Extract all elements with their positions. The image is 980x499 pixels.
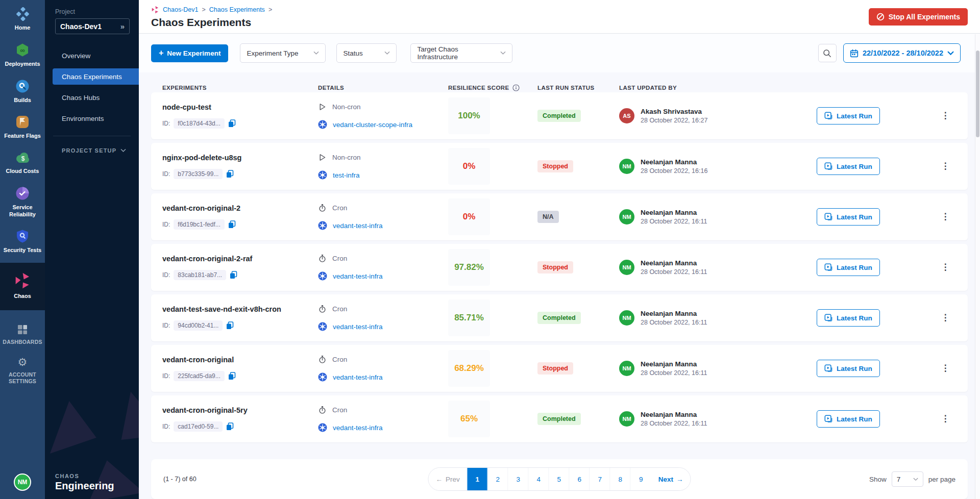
- kebab-menu-icon[interactable]: ⋮: [941, 163, 950, 170]
- kebab-menu-icon[interactable]: ⋮: [941, 213, 950, 220]
- latest-run-button[interactable]: Latest Run: [817, 259, 880, 276]
- copy-id-button[interactable]: [228, 220, 236, 229]
- experiment-type: Cron: [318, 355, 448, 364]
- latest-run-button[interactable]: Latest Run: [817, 158, 880, 175]
- search-button[interactable]: [818, 44, 837, 62]
- infrastructure-link[interactable]: vedant-test-infra: [333, 424, 383, 432]
- infrastructure-link[interactable]: vedant-test-infra: [333, 272, 383, 280]
- scrollbar-thumb[interactable]: [976, 51, 979, 137]
- experiments-table: EXPERIMENTS DETAILS RESILIENCE SCORE LAS…: [139, 72, 980, 499]
- target-chaos-infrastructure-filter[interactable]: Target Chaos Infrastructure: [410, 43, 512, 63]
- page-number-button[interactable]: 3: [508, 468, 529, 490]
- rail-item-cloud-costs[interactable]: $ Cloud Costs: [0, 145, 45, 181]
- rail-item-builds[interactable]: Builds: [0, 73, 45, 110]
- experiment-name[interactable]: vedant-cron-original-5ry: [162, 406, 318, 414]
- sidebar-item-environments[interactable]: Environments: [45, 110, 139, 127]
- run-cell: Latest Run: [817, 360, 934, 377]
- experiment-name[interactable]: node-cpu-test: [162, 103, 318, 111]
- cloud-costs-icon: $: [15, 151, 30, 164]
- latest-run-button[interactable]: Latest Run: [817, 309, 880, 327]
- copy-id-button[interactable]: [228, 372, 236, 380]
- copy-icon: [228, 372, 236, 380]
- rail-item-security-tests[interactable]: Security Tests: [0, 223, 45, 260]
- copy-id-button[interactable]: [228, 119, 236, 128]
- kebab-menu-icon[interactable]: ⋮: [941, 264, 950, 271]
- experiment-name[interactable]: vedant-cron-original-2: [162, 204, 318, 212]
- resilience-score-value: 0%: [463, 161, 476, 171]
- status-filter[interactable]: Status: [336, 43, 397, 63]
- service-reliability-icon: [15, 186, 30, 201]
- new-experiment-button[interactable]: + New Experiment: [151, 44, 228, 62]
- latest-run-button[interactable]: Latest Run: [817, 107, 880, 124]
- page-number-button[interactable]: 7: [590, 468, 610, 490]
- experiment-row[interactable]: vedant-cron-original-2-raf ID: 83cab181-…: [151, 244, 968, 291]
- experiment-row[interactable]: vedant-test-save-nd-exit-v8h-cron ID: 94…: [151, 294, 968, 341]
- status-cell: Stopped: [537, 160, 619, 172]
- experiment-row[interactable]: nginx-pod-delete-u8sg ID: b773c335-99...…: [151, 143, 968, 190]
- rail-item-service-reliability[interactable]: Service Reliability: [0, 181, 45, 224]
- latest-run-button[interactable]: Latest Run: [817, 208, 880, 226]
- experiment-infra: vedant-test-infra: [318, 322, 448, 331]
- page-number-button[interactable]: 8: [610, 468, 631, 490]
- breadcrumb-project-link[interactable]: Chaos-Dev1: [163, 6, 198, 13]
- kebab-menu-icon[interactable]: ⋮: [941, 112, 950, 119]
- expand-sidebar-icon[interactable]: »: [120, 22, 125, 31]
- rail-item-deployments[interactable]: ∞ Deployments: [0, 37, 45, 73]
- breadcrumb-experiments-link[interactable]: Chaos Experiments: [209, 6, 265, 13]
- project-setup-section[interactable]: PROJECT SETUP: [62, 147, 139, 154]
- per-page-select[interactable]: 7: [892, 471, 923, 487]
- project-selector[interactable]: Chaos-Dev1 »: [55, 18, 130, 34]
- experiment-row[interactable]: vedant-cron-original-5ry ID: cad17ed0-59…: [151, 395, 968, 442]
- user-avatar[interactable]: NM: [14, 473, 31, 491]
- copy-id-button[interactable]: [226, 170, 234, 178]
- copy-id-button[interactable]: [230, 271, 237, 279]
- experiment-name[interactable]: nginx-pod-delete-u8sg: [162, 154, 318, 162]
- experiment-name[interactable]: vedant-cron-original-2-raf: [162, 255, 318, 263]
- experiment-name[interactable]: vedant-cron-original: [162, 356, 318, 364]
- infrastructure-link[interactable]: vedant-test-infra: [333, 323, 383, 331]
- page-number-button[interactable]: 2: [488, 468, 508, 490]
- page-number-button[interactable]: 9: [631, 468, 651, 490]
- rail-item-dashboards[interactable]: DASHBOARDS: [0, 318, 45, 351]
- kebab-menu-icon[interactable]: ⋮: [941, 415, 950, 422]
- id-label: ID:: [162, 271, 170, 279]
- infrastructure-link[interactable]: test-infra: [333, 171, 360, 179]
- stop-all-experiments-button[interactable]: Stop All Experiments: [869, 8, 968, 26]
- latest-run-button[interactable]: Latest Run: [817, 360, 880, 377]
- page-number-button[interactable]: 4: [529, 468, 549, 490]
- copy-id-button[interactable]: [226, 422, 234, 431]
- infrastructure-link[interactable]: vedant-cluster-scope-infra: [333, 121, 412, 129]
- experiment-row[interactable]: vedant-cron-original ID: 225fcad5-da9...…: [151, 345, 968, 392]
- info-icon[interactable]: [512, 84, 520, 91]
- sidebar-item-chaos-hubs[interactable]: Chaos Hubs: [45, 89, 139, 106]
- experiment-row[interactable]: vedant-cron-original-2 ID: f6d19bc1-fedf…: [151, 193, 968, 240]
- resilience-score-box: 100%: [448, 97, 490, 134]
- kebab-menu-icon[interactable]: ⋮: [941, 314, 950, 321]
- experiment-name[interactable]: vedant-test-save-nd-exit-v8h-cron: [162, 305, 318, 313]
- infrastructure-link[interactable]: vedant-test-infra: [333, 222, 383, 230]
- column-last-updated-by: LAST UPDATED BY: [619, 85, 817, 91]
- sidebar-item-chaos-experiments[interactable]: Chaos Experiments: [53, 68, 139, 85]
- next-page-button[interactable]: Next →: [651, 468, 691, 490]
- experiment-row[interactable]: node-cpu-test ID: f0c187d4-43d... Non-cr…: [151, 92, 968, 139]
- latest-run-button[interactable]: Latest Run: [817, 410, 880, 428]
- scrollbar-track[interactable]: [975, 34, 980, 499]
- page-number-button[interactable]: 1: [468, 468, 488, 490]
- kebab-menu-icon[interactable]: ⋮: [941, 365, 950, 372]
- page-number-button[interactable]: 6: [570, 468, 590, 490]
- run-cell: Latest Run: [817, 410, 934, 428]
- experiment-id: 225fcad5-da9...: [174, 371, 224, 381]
- rail-item-feature-flags[interactable]: Feature Flags: [0, 109, 45, 145]
- infrastructure-link[interactable]: vedant-test-infra: [333, 373, 383, 381]
- resilience-score-box: 97.82%: [448, 249, 490, 286]
- rail-item-chaos[interactable]: Chaos: [0, 263, 45, 310]
- experiment-infra: vedant-test-infra: [318, 221, 448, 230]
- sidebar-item-overview[interactable]: Overview: [45, 47, 139, 64]
- rail-item-account-settings[interactable]: ⚙ ACCOUNT SETTINGS: [0, 351, 45, 390]
- page-number-button[interactable]: 5: [549, 468, 570, 490]
- rail-item-home[interactable]: Home: [0, 0, 45, 37]
- prev-page-button[interactable]: ← Prev: [428, 468, 467, 490]
- experiment-type-filter[interactable]: Experiment Type: [240, 43, 326, 63]
- date-range-picker[interactable]: 22/10/2022 - 28/10/2022: [843, 43, 961, 63]
- copy-id-button[interactable]: [226, 321, 234, 330]
